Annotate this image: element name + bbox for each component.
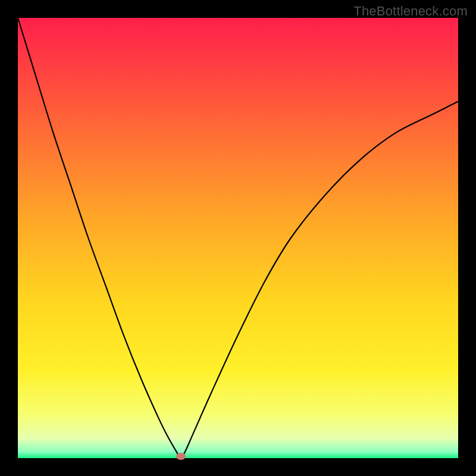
optimum-marker [176,453,186,460]
chart-frame: TheBottleneck.com [0,0,476,476]
plot-area [18,18,458,458]
bottleneck-curve [18,18,458,458]
watermark-text: TheBottleneck.com [353,4,468,19]
